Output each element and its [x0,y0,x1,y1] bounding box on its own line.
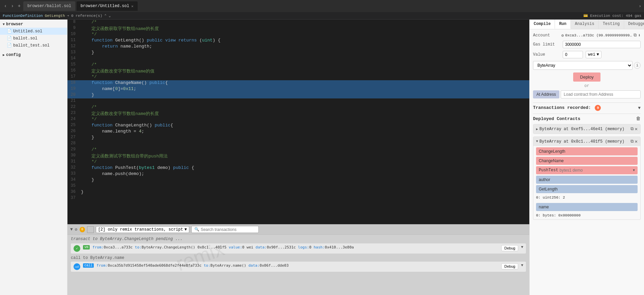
contract-instance-1-header[interactable]: ▶ ByteArray at 0xef5...46e41 (memory) ⧉ … [533,124,640,134]
changelength-button[interactable]: ChangeLength [536,147,638,155]
account-settings-icon[interactable]: ⚙ [561,33,564,38]
contract-instance-2-header[interactable]: ▼ ByteArray at 0x8c1...401f5 (memory) ⧉ … [533,137,640,146]
value-unit-select[interactable]: wei ▼ [586,51,601,58]
code-line: 21 [67,98,529,105]
tab-ballot[interactable]: browser/ballot.sol [23,1,75,11]
download-icon[interactable]: ⬇ [638,33,641,38]
line-content: 定义函数改变字节数组name的值 [80,68,529,74]
pushtest-label: PushTest [539,168,558,173]
account-row: Account ⚙ 0xca3...a733c (99.999999999997… [533,33,641,38]
sidebar-item-ballot-test[interactable]: 📄 ballot_test.sol [0,42,67,49]
code-line: 36} [67,189,529,196]
sidebar-item-ballot[interactable]: 📄 ballot.sol [0,35,67,42]
info-icon[interactable]: i [634,62,641,69]
account-label: Account [533,33,560,38]
right-panel: Compile Run Analysis Testing Debugger Se… [529,20,644,295]
exec-cost-label: 💳 Execution cost: 494 gas [583,13,641,18]
back-icon[interactable]: ‹ [3,2,8,10]
line-number: 9 [67,26,80,32]
line-content: */ [80,74,529,80]
chevron-up-icon[interactable]: ⌃ [104,13,107,18]
log-text-vm: from:0xca3...a733c to:ByteArray.ChangeLe… [92,245,499,249]
log-text-call: from:0xca35b7d915458ef540ade6068dfe2f44e… [96,263,499,268]
plus-icon[interactable]: + [17,2,22,10]
debug-button-1[interactable]: Debug [501,245,518,251]
tab-analysis[interactable]: Analysis [571,20,599,29]
value-input[interactable] [563,51,583,58]
code-line: 8 /* [67,20,529,26]
tab-testing[interactable]: Testing [599,20,624,29]
debug-button-2[interactable]: Debug [501,263,518,269]
pushtest-row: PushTest ▼ [536,166,638,174]
deploy-button[interactable]: Deploy [573,72,600,82]
line-content: name.push(demo); [80,171,529,177]
tab-debugger[interactable]: Debugger [624,20,644,29]
line-number: 12 [67,44,80,50]
sidebar-item-untitled[interactable]: 📄 Untitled.sol [0,28,67,35]
line-number: 37 [67,196,80,202]
contract-2-copy-icon[interactable]: ⧉ [631,139,634,144]
name-button[interactable]: name [536,203,638,211]
author-button[interactable]: author [536,176,638,184]
line-number: 26 [67,129,80,135]
search-input[interactable] [201,227,256,232]
forward-icon[interactable]: › [9,2,15,10]
right-tabs: Compile Run Analysis Testing Debugger Se… [530,20,644,29]
line-number: 20 [67,92,80,98]
pushtest-chevron-icon[interactable]: ▼ [633,169,635,172]
code-editor[interactable]: 8 /*9 定义函数获取字节数组name的长度10 */11 function … [67,20,529,224]
call-badge: call [83,263,94,268]
line-number: 25 [67,123,80,129]
changename-button[interactable]: ChangeName [536,157,638,165]
line-content [80,98,529,105]
code-line: 13 } [67,50,529,56]
gas-limit-label: Gas limit [533,42,560,47]
call-icon: call [74,263,80,270]
log-pending: transact to ByteArray.ChangeLength pendi… [71,237,526,241]
getlength-button[interactable]: GetLength [536,185,638,193]
expand-log-1-icon[interactable]: ▼ [521,245,523,249]
contract-select[interactable]: ByteArray [533,61,633,70]
trash-icon[interactable]: 🗑 [636,116,641,121]
tab-untitled[interactable]: browser/Untitled.sol ✕ [77,1,138,11]
gas-limit-input[interactable] [563,41,641,48]
contract-1-close-icon[interactable]: ✕ [635,126,638,132]
line-content: return name.length; [80,44,529,50]
terminal-checkbox[interactable] [87,226,94,233]
code-line: 37 [67,196,529,202]
line-number: 18 [67,80,80,86]
log-entry-call: call call from:0xca35b7d915458ef540ade60… [71,262,526,272]
sidebar: ▼ browser 📄 Untitled.sol 📄 ballot.sol 📄 … [0,20,67,295]
terminal-filter[interactable]: [2] only remix transactions, script ▼ [96,226,189,233]
line-content: 定义函数测试字节数组自带的push用法 [80,153,529,159]
line-number: 11 [67,38,80,44]
line-content: */ [80,32,529,38]
arrow-icon: ➜ [67,13,69,18]
expand-log-2-icon[interactable]: ▼ [521,263,523,267]
tab-close-icon[interactable]: ✕ [131,4,134,8]
terminal-circle-icon[interactable]: ⊘ [75,227,78,232]
references-label: 0 reference(s) [71,14,102,18]
terminal-search[interactable]: 🔍 [191,226,259,233]
at-address-button[interactable]: At Address [533,90,559,98]
chevron-down-icon[interactable]: ⌄ [109,13,111,18]
expand-icon[interactable]: › [639,4,641,9]
deployed-header: Deployed Contracts 🗑 [533,116,641,121]
transactions-chevron-icon[interactable]: ▼ [638,106,641,111]
contract-2-close-icon[interactable]: ✕ [635,139,638,144]
contract-2-name: ByteArray at 0x8c1...401f5 (memory) [539,139,629,144]
sidebar-browser-group[interactable]: ▼ browser [0,21,67,28]
at-address-input[interactable] [561,90,641,98]
copy-icon[interactable]: ⧉ [634,33,637,38]
tab-compile[interactable]: Compile [530,20,555,29]
tab-run[interactable]: Run [555,20,571,29]
line-number: 31 [67,159,80,165]
terminal-area: ▼ ⊘ 0 [2] only remix transactions, scrip… [67,224,529,295]
name-result: 0: bytes: 0x00000000 [533,212,640,219]
pushtest-input[interactable] [560,168,632,173]
contract-1-copy-icon[interactable]: ⧉ [631,126,634,131]
code-line: 16 定义函数改变字节数组name的值 [67,68,529,74]
line-number: 13 [67,50,80,56]
terminal-down-icon[interactable]: ▼ [70,227,73,232]
sidebar-config-group[interactable]: ▶ config [0,52,67,58]
